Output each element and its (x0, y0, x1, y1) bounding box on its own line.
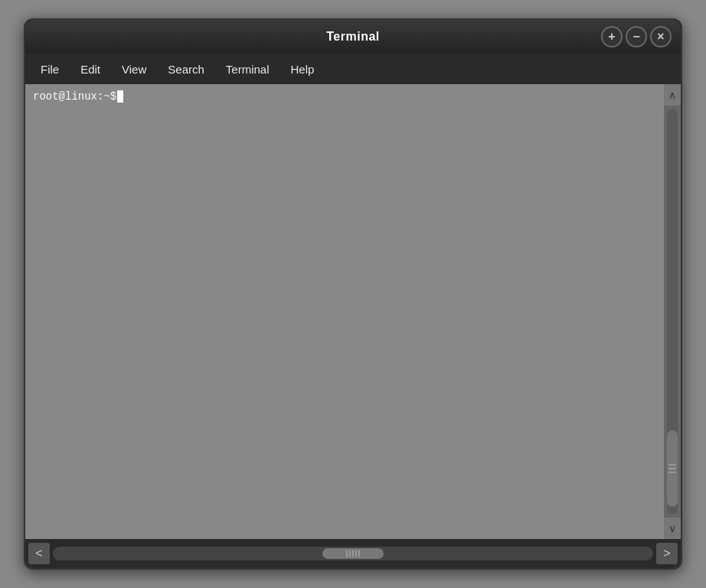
down-arrow-icon: ∨ (668, 522, 676, 534)
vertical-scroll-track[interactable] (667, 109, 678, 514)
right-arrow-icon: > (663, 547, 670, 560)
horizontal-scroll-thumb[interactable] (322, 548, 384, 559)
minimize-button[interactable]: − (626, 26, 647, 47)
menu-file[interactable]: File (31, 60, 68, 79)
scroll-down-button[interactable]: ∨ (664, 518, 681, 539)
menu-terminal[interactable]: Terminal (217, 60, 279, 79)
window-controls: + − × (601, 26, 672, 47)
menu-help[interactable]: Help (282, 60, 324, 79)
grip-line-3 (668, 472, 676, 473)
menu-view[interactable]: View (113, 60, 155, 79)
scroll-right-button[interactable]: > (656, 543, 678, 564)
vertical-scroll-thumb[interactable] (667, 430, 678, 507)
h-grip-line-4 (355, 550, 357, 557)
menubar: File Edit View Search Terminal Help (25, 54, 681, 84)
window-title: Terminal (326, 30, 380, 44)
grip-line-2 (668, 468, 676, 469)
h-grip-line-1 (346, 550, 348, 557)
terminal-area: root@linux:~$ ∧ ∨ (25, 84, 681, 539)
scroll-up-button[interactable]: ∧ (664, 84, 681, 106)
horizontal-scroll-track[interactable] (53, 547, 653, 560)
horizontal-scrollbar: < > (25, 539, 681, 568)
h-grip-line-3 (352, 550, 354, 557)
terminal-screen[interactable]: root@linux:~$ (25, 84, 664, 539)
scroll-left-button[interactable]: < (28, 543, 50, 564)
h-grip-line-5 (358, 550, 360, 557)
titlebar: Terminal + − × (25, 20, 681, 54)
prompt-line: root@linux:~$ (33, 90, 656, 103)
close-button[interactable]: × (650, 26, 672, 47)
vertical-scrollbar: ∧ ∨ (664, 84, 681, 539)
h-grip-line-2 (349, 550, 351, 557)
left-arrow-icon: < (35, 547, 42, 560)
prompt-text: root@linux:~$ (33, 90, 116, 103)
grip-line-1 (668, 464, 676, 466)
menu-edit[interactable]: Edit (71, 60, 109, 79)
terminal-window: Terminal + − × File Edit View Search Ter… (24, 18, 682, 570)
up-arrow-icon: ∧ (668, 89, 676, 101)
cursor (117, 90, 123, 103)
content-wrapper: root@linux:~$ ∧ ∨ (25, 84, 681, 568)
menu-search[interactable]: Search (159, 60, 214, 79)
add-tab-button[interactable]: + (601, 26, 623, 47)
